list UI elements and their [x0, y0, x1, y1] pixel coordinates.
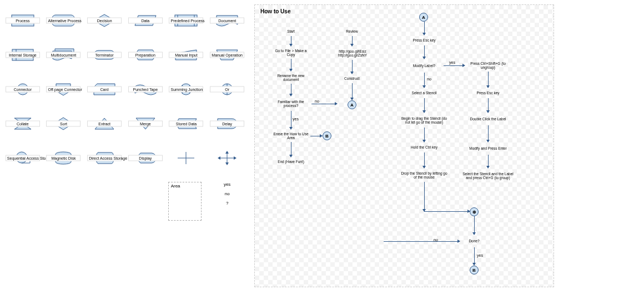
node-text: Select a Stencil	[412, 91, 437, 95]
node-construct[interactable]: Construct	[338, 74, 366, 83]
node-selgroup[interactable]: Select the Stencil and the Label and pre…	[460, 169, 516, 183]
stencil-connector[interactable]: Connector	[4, 73, 41, 105]
node-text: Select the Stencil and the Label and pre…	[461, 172, 515, 180]
stencil-label: Manual Input	[169, 52, 203, 58]
connector-sum[interactable]: ⊕	[470, 207, 479, 216]
node-modify[interactable]: Modify Label?	[405, 59, 444, 73]
stencil-display[interactable]: Display	[127, 142, 164, 174]
edge-label-modify_no: no	[427, 77, 431, 81]
stencil-internal-storage[interactable]: Internal Storage	[4, 39, 41, 71]
node-text: Erase the How to Use Area	[273, 132, 309, 140]
arrow	[424, 211, 470, 212]
node-end[interactable]: End (Have Fun!)	[276, 157, 306, 166]
stencil-label: Card	[87, 87, 122, 93]
node-pressescB[interactable]: Press Esc key	[469, 88, 507, 98]
connector-A_top[interactable]: A	[419, 13, 428, 22]
node-text: Drop the Stencil by letting go of the mo…	[399, 171, 449, 179]
arrow	[488, 98, 489, 113]
stencil-alternative-process[interactable]: Alternative Process	[46, 4, 82, 37]
stencil-direct-access-storage[interactable]: Direct Access Storage	[86, 142, 123, 174]
node-text: Hold the Ctrl key	[411, 145, 437, 149]
edge-label-done_yes: yes	[477, 253, 483, 257]
canvas-title: How to Use	[260, 8, 290, 14]
connector-B_left[interactable]: B	[323, 131, 331, 140]
stencil-magnetic-disk[interactable]: Magnetic Disk	[46, 142, 82, 174]
svg-marker-38	[234, 156, 237, 160]
svg-marker-35	[225, 151, 229, 154]
arrow	[310, 136, 322, 136]
stencil-predefined-process[interactable]: Predefined Process	[168, 4, 205, 37]
node-start[interactable]: Start	[277, 27, 305, 36]
node-holdctrl[interactable]: Hold the Ctrl key	[405, 143, 444, 152]
connector-label: A	[350, 103, 354, 108]
drawing-canvas[interactable]: How to Use StartGo to File > Make a Copy…	[254, 4, 554, 287]
stencil-label: Or	[210, 87, 244, 93]
stencil-manual-operation[interactable]: Manual Operation	[209, 39, 245, 71]
arrow	[444, 65, 465, 66]
stencil-card[interactable]: Card	[86, 73, 123, 105]
node-drop[interactable]: Drop the Stencil by letting go of the mo…	[398, 169, 450, 182]
stencil-terminator[interactable]: Terminator	[86, 39, 123, 71]
legend-title: Area	[171, 184, 180, 189]
stencil-document[interactable]: Document	[209, 4, 245, 37]
stencil-delay[interactable]: Delay	[209, 108, 245, 140]
stencil-data[interactable]: Data	[127, 4, 164, 37]
stencil-label: Summing Junction	[169, 87, 203, 93]
stencil-merge[interactable]: Merge	[127, 108, 164, 140]
arrow	[352, 83, 353, 100]
stencil-sequential-access-storage[interactable]: Sequential Access Storage	[4, 142, 41, 174]
node-review[interactable]: Review	[338, 27, 366, 36]
stencil-multidocument[interactable]: Multidocument	[46, 39, 82, 71]
arrow	[424, 152, 425, 168]
stencil-decision[interactable]: Decision	[86, 4, 123, 37]
stencil-or[interactable]: Or	[209, 73, 245, 105]
connector-A_mid[interactable]: A	[348, 100, 356, 109]
connector-label: B	[325, 134, 329, 139]
node-text: Go to File > Make a Copy	[273, 49, 309, 57]
node-ctrlshift[interactable]: Press Ctrl+Shift+G (to ungroup)	[466, 59, 510, 72]
node-text: http://goo.gl/iEsiz http://goo.gl/ZsNY	[338, 49, 367, 57]
node-begindrag[interactable]: Begin to drag the Stencil (do not let go…	[398, 113, 450, 128]
stencil-summing-junction[interactable]: Summing Junction	[168, 73, 205, 105]
node-done[interactable]: Done?	[460, 235, 488, 247]
stencil-cross[interactable]	[209, 142, 245, 174]
stencil-label: Delay	[210, 121, 244, 127]
edge-label-familiar_yes: yes	[293, 117, 299, 121]
svg-marker-37	[218, 156, 220, 160]
stencil-plus[interactable]	[168, 142, 205, 174]
stencil-label: Sort	[46, 121, 80, 127]
node-erase[interactable]: Erase the How to Use Area	[271, 130, 310, 142]
arrow	[424, 73, 425, 88]
node-selstencil[interactable]: Select a Stencil	[405, 88, 444, 98]
stencil-collate[interactable]: Collate	[4, 108, 41, 140]
stencil-process[interactable]: Process	[4, 4, 41, 37]
arrow	[488, 125, 489, 142]
arrow	[424, 182, 425, 211]
node-rename[interactable]: Rename the new document	[271, 72, 310, 84]
stencil-off-page-connector[interactable]: Off-page Connector	[46, 73, 82, 105]
node-dblclick[interactable]: Double Click the Label	[466, 113, 510, 125]
stencil-label: Direct Access Storage	[87, 155, 122, 161]
node-urls[interactable]: http://goo.gl/iEsiz http://goo.gl/ZsNY	[333, 47, 373, 60]
stencil-stored-data[interactable]: Stored Data	[168, 108, 205, 140]
stencil-sort[interactable]: Sort	[46, 108, 82, 140]
node-modenter[interactable]: Modify and Press Enter	[466, 143, 510, 155]
node-text: Modify and Press Enter	[469, 146, 507, 150]
stencil-manual-input[interactable]: Manual Input	[168, 39, 205, 71]
stencil-preparation[interactable]: Preparation	[127, 39, 164, 71]
stencil-label: Terminator	[87, 52, 122, 58]
node-familiar[interactable]: Familiar with the process?	[270, 96, 311, 111]
node-text: Construct	[344, 77, 360, 80]
stencil-label: Document	[210, 18, 244, 24]
stencil-label: Extract	[87, 121, 122, 127]
connector-B_bot[interactable]: B	[470, 266, 479, 274]
node-makecopy[interactable]: Go to File > Make a Copy	[271, 47, 310, 59]
legend-label: ?	[226, 201, 228, 206]
arrow	[291, 111, 291, 129]
stencil-label: Collate	[6, 121, 40, 127]
stencil-punched-tape[interactable]: Punched Tape	[127, 73, 164, 105]
stencil-label: Merge	[128, 121, 163, 127]
legend-label: yes	[224, 182, 230, 187]
node-presscA[interactable]: Press Esc key	[405, 35, 444, 45]
stencil-extract[interactable]: Extract	[86, 108, 123, 140]
